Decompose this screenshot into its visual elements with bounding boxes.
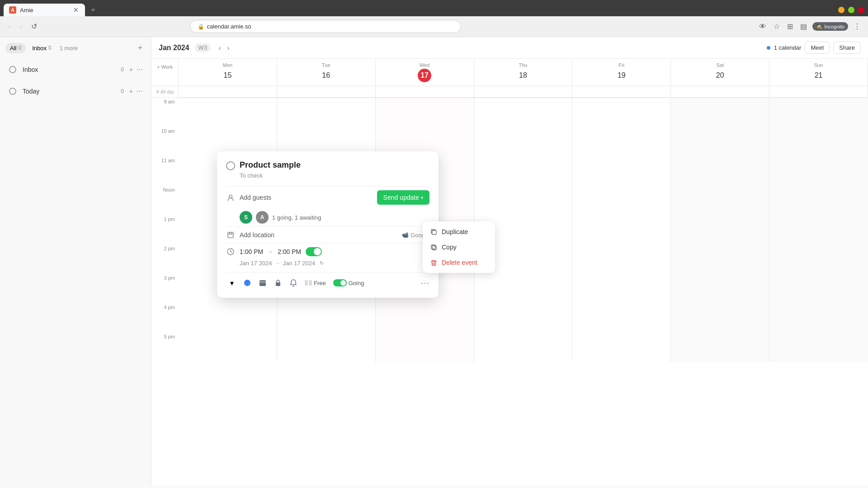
reload-button[interactable]: ↺ xyxy=(28,20,40,33)
guests-count-label: 1 going, 1 awaiting xyxy=(272,214,321,221)
delete-icon xyxy=(430,259,437,266)
incognito-label: Incognito xyxy=(824,24,844,29)
lock-icon[interactable] xyxy=(272,277,284,289)
calendar-main: Jan 2024 W3 ‹ › 1 calendar Meet Share + … xyxy=(151,37,868,486)
app-container: All 0 Inbox 0 1 more + Inbox 0 + ⋯ xyxy=(0,37,868,486)
day-num-tue: 16 xyxy=(319,69,333,82)
day-num-mon: 15 xyxy=(221,69,234,82)
sidebar-add-button[interactable]: + xyxy=(135,42,146,53)
free-status-badge[interactable]: Free xyxy=(305,280,326,286)
tab-inbox-count: 0 xyxy=(48,45,52,51)
minimize-button[interactable] xyxy=(838,7,844,13)
free-label: Free xyxy=(314,280,326,286)
circle-icon[interactable] xyxy=(241,277,253,289)
chevron-down-icon[interactable]: ▾ xyxy=(226,277,238,289)
context-delete-item[interactable]: Delete event xyxy=(423,255,495,270)
day-header-fri[interactable]: Fri 19 xyxy=(572,59,671,86)
allday-cell-fri[interactable] xyxy=(572,86,671,97)
day-header-thu[interactable]: Thu 18 xyxy=(474,59,573,86)
eye-off-button[interactable]: 👁 xyxy=(757,21,768,33)
send-update-button[interactable]: Send update ▾ xyxy=(377,190,429,205)
time-section: 1:00 PM → 2:00 PM xyxy=(226,243,429,260)
day-header-sun[interactable]: Sun 21 xyxy=(769,59,868,86)
new-tab-button[interactable]: + xyxy=(87,4,99,16)
inbox-more-button[interactable]: ⋯ xyxy=(136,65,144,74)
sidebar-tab-more[interactable]: 1 more xyxy=(60,45,78,52)
day-header-sat[interactable]: Sat 20 xyxy=(671,59,769,86)
work-col-label[interactable]: + Work xyxy=(155,62,175,71)
prev-week-button[interactable]: ‹ xyxy=(216,42,224,53)
month-label: Jan 2024 xyxy=(159,44,189,52)
going-toggle-knob xyxy=(340,280,346,286)
sidebar-item-inbox[interactable]: Inbox 0 + ⋯ xyxy=(5,61,146,79)
allday-cell-sun[interactable] xyxy=(769,86,868,97)
active-tab[interactable]: A Amie ✕ xyxy=(4,4,85,16)
extensions-button[interactable]: ⊞ xyxy=(785,20,795,33)
more-options-button[interactable]: ⋮ xyxy=(852,20,863,33)
day-col-fri[interactable] xyxy=(572,98,671,362)
bell-icon[interactable] xyxy=(288,277,299,289)
day-header-tue[interactable]: Tue 16 xyxy=(277,59,376,86)
allday-cell-wed[interactable] xyxy=(376,86,474,97)
event-title: Product sample xyxy=(240,160,301,170)
day-col-sun[interactable] xyxy=(769,98,868,362)
event-subtitle: To check xyxy=(240,172,429,179)
address-bar[interactable]: 🔒 calendar.amie.so xyxy=(190,20,461,33)
tab-close-button[interactable]: ✕ xyxy=(72,6,80,14)
context-duplicate-item[interactable]: Duplicate xyxy=(423,224,495,239)
copy-icon xyxy=(430,244,437,251)
inbox-actions: + ⋯ xyxy=(128,65,144,74)
today-more-button[interactable]: ⋯ xyxy=(136,87,144,96)
guests-section: Add guests Send update ▾ xyxy=(226,186,429,208)
day-name-mon: Mon xyxy=(223,62,232,68)
day-header-mon[interactable]: Mon 15 xyxy=(179,59,277,86)
sidebar-tab-inbox[interactable]: Inbox 0 xyxy=(28,43,56,53)
date-row: Jan 17 2024 → Jan 17 2024 ↻ xyxy=(240,260,429,267)
add-guests-label[interactable]: Add guests xyxy=(240,194,373,201)
sidebar: All 0 Inbox 0 1 more + Inbox 0 + ⋯ xyxy=(0,37,151,486)
back-button[interactable]: ‹ xyxy=(5,21,13,33)
time-4pm: 4 pm xyxy=(151,303,179,333)
time-toggle[interactable] xyxy=(306,247,322,256)
sidebar-tab-all[interactable]: All 0 xyxy=(5,43,26,53)
meet-button[interactable]: Meet xyxy=(805,42,830,54)
allday-cell-mon[interactable] xyxy=(179,86,277,97)
event-popup: Product sample To check Add guests Send … xyxy=(217,151,439,298)
going-status-badge[interactable]: Going xyxy=(333,279,364,286)
context-copy-item[interactable]: Copy xyxy=(423,239,495,255)
maximize-button[interactable] xyxy=(848,7,854,13)
inbox-add-button[interactable]: + xyxy=(128,65,134,74)
day-name-thu: Thu xyxy=(519,62,528,68)
time-end: 2:00 PM xyxy=(278,248,301,255)
event-more-button[interactable]: ⋯ xyxy=(420,277,429,288)
navigation-bar: ‹ › ↺ 🔒 calendar.amie.so 👁 ☆ ⊞ ▤ 🕵 Incog… xyxy=(0,16,868,37)
svg-point-1 xyxy=(9,88,16,94)
guests-icon xyxy=(226,193,235,202)
forward-button[interactable]: › xyxy=(17,21,24,33)
allday-cell-tue[interactable] xyxy=(277,86,376,97)
going-toggle[interactable] xyxy=(333,279,347,286)
add-location-label[interactable]: Add location xyxy=(240,231,397,239)
day-num-wed: 17 xyxy=(418,69,431,82)
svg-point-8 xyxy=(244,280,250,286)
day-header-wed[interactable]: Wed 17 xyxy=(376,59,474,86)
allday-cell-thu[interactable] xyxy=(474,86,573,97)
day-col-sat[interactable] xyxy=(671,98,769,362)
bookmark-button[interactable]: ☆ xyxy=(772,20,782,33)
location-section: Add location 📹 Google xyxy=(226,226,429,243)
event-status-circle[interactable] xyxy=(226,161,235,170)
svg-rect-12 xyxy=(305,280,308,286)
sidebar-item-today[interactable]: Today 0 + ⋯ xyxy=(5,82,146,100)
google-meet-icon: 📹 xyxy=(402,232,409,238)
next-week-button[interactable]: › xyxy=(225,42,232,53)
allday-cell-sat[interactable] xyxy=(671,86,769,97)
calendar-icon[interactable] xyxy=(257,277,269,289)
clock-icon xyxy=(226,247,235,256)
close-window-button[interactable] xyxy=(858,7,864,13)
share-button[interactable]: Share xyxy=(833,42,861,54)
sidebar-button[interactable]: ▤ xyxy=(798,20,809,33)
guests-avatars-row: S A 1 going, 1 awaiting xyxy=(240,208,429,226)
today-add-button[interactable]: + xyxy=(128,87,134,96)
day-num-sun: 21 xyxy=(812,69,826,82)
event-title-row: Product sample xyxy=(226,160,429,170)
